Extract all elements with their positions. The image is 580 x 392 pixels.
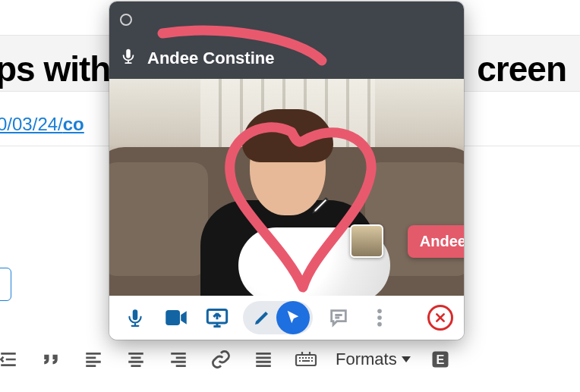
formats-label: Formats (336, 350, 397, 369)
video-feed[interactable]: Andee Constine (109, 79, 464, 296)
participant-name-tag: Andee Constine (408, 225, 464, 258)
svg-point-6 (377, 315, 382, 320)
link-icon[interactable] (208, 347, 234, 372)
align-left-icon[interactable] (80, 347, 106, 372)
speaker-name: Andee Constine (147, 49, 274, 68)
screen-share-button[interactable] (202, 303, 232, 333)
svg-text:E: E (436, 353, 444, 366)
keyboard-icon[interactable] (293, 347, 319, 372)
video-button[interactable] (161, 303, 191, 333)
mic-button[interactable] (120, 303, 150, 333)
chevron-down-icon (402, 356, 411, 362)
blockquote-icon[interactable] (38, 347, 64, 372)
presence-indicator-icon (120, 14, 132, 26)
align-right-icon[interactable] (165, 347, 191, 372)
article-url-fragment[interactable]: 0/03/24/co (0, 114, 84, 135)
call-controls (109, 296, 464, 340)
call-window: Andee Constine Andee Constine (109, 2, 464, 340)
cursor-button[interactable] (276, 301, 310, 334)
url-bold: co (63, 114, 84, 134)
more-button[interactable] (364, 303, 395, 333)
annotation-tool-group (243, 301, 313, 334)
svg-point-7 (377, 322, 382, 327)
embed-icon[interactable]: E (427, 347, 453, 372)
page-title-fragment-left: ps with (0, 49, 110, 89)
svg-rect-3 (165, 310, 180, 325)
pencil-cursor-icon (310, 193, 333, 215)
page-title-fragment-right: creen (477, 49, 566, 89)
editor-button-fragment[interactable]: it (0, 268, 11, 301)
align-center-icon[interactable] (123, 347, 149, 372)
thread-button[interactable] (323, 303, 354, 333)
editor-toolbar: Formats E (0, 337, 453, 382)
microphone-icon (120, 46, 137, 71)
outdent-icon[interactable] (0, 347, 21, 372)
formats-dropdown[interactable]: Formats (336, 350, 411, 369)
participant-avatar[interactable] (350, 224, 383, 258)
end-call-button[interactable] (427, 305, 453, 331)
url-prefix: 0/03/24/ (0, 114, 63, 134)
svg-point-5 (377, 309, 382, 314)
call-speaker-row: Andee Constine (109, 38, 464, 79)
call-titlebar[interactable] (109, 2, 464, 38)
image-icon[interactable] (251, 347, 276, 372)
pencil-button[interactable] (251, 309, 273, 327)
